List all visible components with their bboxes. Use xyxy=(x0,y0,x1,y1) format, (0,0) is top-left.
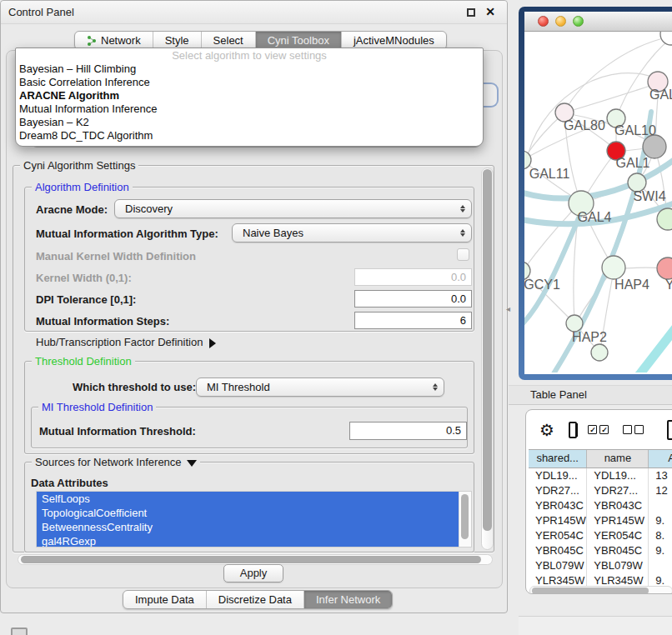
network-edge[interactable] xyxy=(529,73,659,152)
column-header[interactable]: A xyxy=(649,450,672,468)
scrollbar-thumb[interactable] xyxy=(483,169,492,531)
zoom-traffic-light-icon[interactable] xyxy=(573,16,584,27)
manual-kernel-label: Manual Kernel Width Definition xyxy=(36,250,196,262)
network-node[interactable] xyxy=(643,135,666,158)
apply-button[interactable]: Apply xyxy=(223,564,283,582)
select-all-icon[interactable]: ✓✓ xyxy=(588,425,609,434)
tab-infer-network[interactable]: Infer Network xyxy=(304,591,392,608)
dpi-tolerance-field[interactable]: 0.0 xyxy=(354,290,472,308)
dropdown-item[interactable]: Mutual Information Inference xyxy=(16,102,483,116)
gear-icon[interactable]: ⚙ xyxy=(539,422,554,438)
close-traffic-light-icon[interactable] xyxy=(538,16,549,27)
table-cell: 8. xyxy=(649,528,672,543)
columns-icon[interactable] xyxy=(569,422,578,438)
network-node-hap2[interactable] xyxy=(566,315,583,332)
mi-type-combo[interactable]: Naive Bayes xyxy=(232,223,472,242)
table-row[interactable]: YPR145WYPR145W9. xyxy=(529,513,672,528)
deselect-all-icon[interactable] xyxy=(623,425,644,434)
attribute-item[interactable]: BetweennessCentrality xyxy=(37,520,459,534)
tab-select[interactable]: Select xyxy=(202,32,256,49)
table-row[interactable]: YBR045CYBR045C9. xyxy=(529,543,672,558)
dropdown-item[interactable]: Dream8 DC_TDC Algorithm xyxy=(16,129,483,142)
tab-label: Style xyxy=(165,32,189,49)
mi-type-label: Mutual Information Algorithm Type: xyxy=(36,228,218,240)
network-canvas[interactable]: GALGAL80GAL10GAL1GAL11SWI4GAL4GCY1HAP4YH… xyxy=(524,32,672,372)
dropdown-item[interactable]: ARACNE Algorithm xyxy=(16,89,483,102)
table-row[interactable]: YER054CYER054C8. xyxy=(529,528,672,543)
table-body: YDL19...YDL19...13YDR27...YDR27...12YBR0… xyxy=(529,468,672,594)
table-row[interactable]: YDL19...YDL19...13 xyxy=(529,468,672,483)
close-icon[interactable]: ✕ xyxy=(485,5,495,18)
list-scrollbar[interactable] xyxy=(459,492,471,547)
file-icon[interactable] xyxy=(667,420,672,440)
tab-label: Network xyxy=(101,32,141,49)
network-node[interactable] xyxy=(660,32,672,45)
dropdown-item[interactable]: Bayesian – K2 xyxy=(16,116,483,129)
dropdown-prompt: Select algorithm to view settings xyxy=(16,48,483,62)
node-label: GCY1 xyxy=(524,278,560,292)
network-window-titlebar[interactable] xyxy=(524,12,672,32)
tab-discretize-data[interactable]: Discretize Data xyxy=(207,591,304,608)
dropdown-item[interactable]: Bayesian – Hill Climbing xyxy=(16,62,483,76)
tab-jactivemnodules[interactable]: jActiveMNodules xyxy=(342,32,446,49)
settings-vertical-scrollbar[interactable] xyxy=(481,168,494,550)
node-label: GAL80 xyxy=(564,118,605,132)
table-cell: YBR045C xyxy=(529,543,587,558)
attribute-items: SelfLoopsTopologicalCoefficientBetweenne… xyxy=(37,492,459,548)
control-panel-titlebar[interactable]: Control Panel ✕ xyxy=(1,1,507,24)
tab-network[interactable]: Network xyxy=(75,32,153,49)
attribute-item[interactable]: TopologicalCoefficient xyxy=(37,506,459,520)
mi-steps-label: Mutual Information Steps: xyxy=(36,315,169,328)
network-node-y[interactable] xyxy=(657,258,672,279)
table-row[interactable]: YBR043CYBR043C xyxy=(529,498,672,513)
which-threshold-combo[interactable]: MI Threshold xyxy=(196,378,444,397)
tab-style[interactable]: Style xyxy=(153,32,202,49)
aracne-mode-combo[interactable]: Discovery xyxy=(114,199,472,218)
minimize-traffic-light-icon[interactable] xyxy=(555,16,566,27)
column-header[interactable]: shared... xyxy=(529,450,587,468)
node-label: GAL xyxy=(649,88,672,102)
table-panel-titlebar[interactable]: Table Panel xyxy=(509,385,672,405)
control-panel-window: Control Panel ✕ NetworkStyleSelectCyni T… xyxy=(0,0,508,613)
network-node[interactable] xyxy=(657,208,672,230)
network-node-hap4[interactable] xyxy=(602,256,625,279)
network-node[interactable] xyxy=(591,344,608,361)
data-attributes-list[interactable]: SelfLoopsTopologicalCoefficientBetweenne… xyxy=(36,491,472,548)
tab-cyni-toolbox[interactable]: Cyni Toolbox xyxy=(256,32,342,49)
attribute-item[interactable]: gal4RGexp xyxy=(37,534,459,548)
manual-kernel-checkbox[interactable] xyxy=(457,248,469,261)
table-row[interactable]: YBL079WYBL079W xyxy=(529,558,672,573)
tab-label: jActiveMNodules xyxy=(354,32,434,49)
cyni-bottom-tab-bar: Impute DataDiscretize DataInfer Network xyxy=(123,590,393,609)
hub-factor-section-toggle[interactable]: Hub/Transcription Factor Definition xyxy=(36,336,216,348)
table-toolbar: ⚙ ✓✓ xyxy=(526,410,672,449)
table-panel-window: ⚙ ✓✓ shared...nameA YDL19...YDL19...13YD… xyxy=(525,409,672,594)
table-cell xyxy=(649,498,672,513)
table-cell: YER054C xyxy=(587,528,649,543)
network-view-window[interactable]: GALGAL80GAL10GAL1GAL11SWI4GAL4GCY1HAP4YH… xyxy=(519,7,672,380)
collapse-arrow-icon[interactable] xyxy=(187,460,197,467)
table-cell: YPR145W xyxy=(529,513,587,528)
table-row[interactable]: YDR27...YDR27...12 xyxy=(529,483,672,498)
float-window-icon[interactable] xyxy=(467,8,475,17)
expand-arrow-icon[interactable] xyxy=(209,338,216,348)
split-divider-handle[interactable]: ◂ xyxy=(506,304,510,313)
scrollbar-thumb[interactable] xyxy=(21,556,481,563)
mi-steps-field[interactable]: 6 xyxy=(354,312,472,329)
attribute-item[interactable]: SelfLoops xyxy=(37,492,459,506)
network-edge[interactable] xyxy=(638,325,672,372)
mi-threshold-field[interactable]: 0.5 xyxy=(349,422,467,440)
scrollbar-thumb[interactable] xyxy=(461,494,469,539)
dropdown-item[interactable]: Basic Correlation Inference xyxy=(16,76,483,89)
kernel-width-field[interactable]: 0.0 xyxy=(354,268,472,286)
table-cell: YER054C xyxy=(529,528,587,543)
stepper-arrows-icon xyxy=(460,200,465,218)
minimized-panel-icon[interactable] xyxy=(11,628,28,635)
table-horizontal-scrollbar[interactable] xyxy=(529,586,672,594)
table-cell: YDL19... xyxy=(587,468,649,483)
table-cell: YDR27... xyxy=(587,483,649,498)
scrollbar-thumb[interactable] xyxy=(532,588,649,594)
column-header[interactable]: name xyxy=(587,450,649,468)
node-label: SWI4 xyxy=(633,189,665,203)
tab-impute-data[interactable]: Impute Data xyxy=(123,591,207,608)
